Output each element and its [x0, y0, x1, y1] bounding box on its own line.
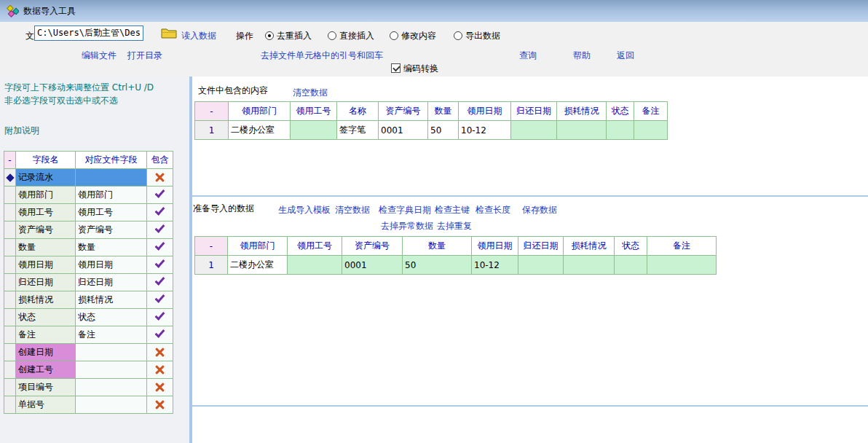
radio-circle-icon[interactable]: [390, 31, 398, 40]
file-content-table-cell[interactable]: 50: [428, 121, 459, 140]
file-content-table-cell[interactable]: [557, 121, 607, 140]
row-handle-cell[interactable]: [4, 361, 16, 379]
file-content-table-cell[interactable]: [291, 121, 337, 140]
save-data-link[interactable]: 保存数据: [522, 204, 557, 216]
row-handle-cell[interactable]: [4, 221, 16, 239]
included-cell[interactable]: [147, 326, 173, 344]
radio-dedup-insert[interactable]: 去重插入: [265, 30, 312, 42]
field-table-row[interactable]: 领用工号领用工号: [4, 204, 173, 221]
remove-abnormal-link[interactable]: 去掉异常数据: [381, 220, 433, 232]
radio-circle-icon[interactable]: [265, 31, 274, 40]
included-cell[interactable]: [147, 274, 173, 291]
file-content-table-cell[interactable]: 签字笔: [337, 121, 379, 140]
open-directory-link[interactable]: 打开目录: [127, 50, 162, 62]
field-table-row[interactable]: 归还日期归还日期: [4, 274, 173, 291]
included-cell[interactable]: [147, 204, 173, 221]
row-handle-cell[interactable]: [4, 309, 16, 326]
row-handle-cell[interactable]: [4, 274, 16, 291]
radio-modify-content[interactable]: 修改内容: [390, 30, 436, 42]
file-field-cell[interactable]: 数量: [76, 239, 147, 256]
row-handle-cell[interactable]: [4, 256, 16, 274]
field-table-row[interactable]: 创建日期: [4, 344, 173, 361]
radio-direct-insert[interactable]: 直接插入: [328, 30, 374, 42]
import-table-cell[interactable]: [615, 256, 647, 275]
file-field-cell[interactable]: [76, 396, 147, 414]
file-field-cell[interactable]: 领用部门: [76, 187, 147, 204]
radio-circle-icon[interactable]: [328, 31, 336, 40]
field-name-cell[interactable]: 数量: [16, 239, 76, 256]
file-content-table-row[interactable]: 1二楼办公室签字笔00015010-12: [195, 121, 668, 140]
file-field-cell[interactable]: [76, 361, 147, 379]
file-field-cell[interactable]: 损耗情况: [76, 291, 147, 309]
file-path-input[interactable]: [34, 26, 143, 41]
field-name-cell[interactable]: 领用部门: [16, 187, 76, 204]
field-name-cell[interactable]: 备注: [16, 326, 76, 344]
file-field-cell[interactable]: [76, 169, 147, 187]
field-table-row[interactable]: 数量数量: [4, 239, 173, 256]
row-handle-cell[interactable]: [4, 326, 16, 344]
field-table-row[interactable]: 状态状态: [4, 309, 173, 326]
import-table-cell[interactable]: [564, 256, 615, 275]
included-cell[interactable]: [147, 379, 173, 396]
included-cell[interactable]: [147, 221, 173, 239]
file-field-cell[interactable]: 资产编号: [76, 221, 147, 239]
field-name-cell[interactable]: 单据号: [16, 396, 76, 414]
import-table-row[interactable]: 1二楼办公室00015010-12: [195, 256, 717, 275]
strip-quotes-link[interactable]: 去掉文件单元格中的引号和回车: [261, 50, 383, 62]
field-table-row[interactable]: 创建工号: [4, 361, 173, 379]
field-table-row[interactable]: 备注备注: [4, 326, 173, 344]
field-name-cell[interactable]: 归还日期: [16, 274, 76, 291]
file-field-cell[interactable]: 领用工号: [76, 204, 147, 221]
field-name-cell[interactable]: 损耗情况: [16, 291, 76, 309]
check-dict-date-link[interactable]: 检查字典日期: [379, 204, 431, 216]
field-name-cell[interactable]: 记录流水: [16, 169, 76, 187]
field-table-row[interactable]: 单据号: [4, 396, 173, 414]
checkbox-icon[interactable]: [391, 63, 401, 73]
file-content-table-cell[interactable]: [511, 121, 557, 140]
row-handle-cell[interactable]: [4, 291, 16, 309]
included-cell[interactable]: [147, 291, 173, 309]
clear-import-data-link[interactable]: 清空数据: [335, 204, 370, 216]
row-handle-cell[interactable]: [4, 396, 16, 414]
row-handle-cell[interactable]: [4, 239, 16, 256]
field-table-row[interactable]: 记录流水: [4, 169, 173, 187]
import-table-cell[interactable]: [647, 256, 717, 275]
field-name-cell[interactable]: 创建工号: [16, 361, 76, 379]
field-table-row[interactable]: 损耗情况损耗情况: [4, 291, 173, 309]
field-name-cell[interactable]: 状态: [16, 309, 76, 326]
included-cell[interactable]: [147, 361, 173, 379]
import-table-cell[interactable]: 50: [403, 256, 472, 275]
file-field-cell[interactable]: 归还日期: [76, 274, 147, 291]
read-data-link[interactable]: 读入数据: [181, 30, 216, 42]
included-cell[interactable]: [147, 344, 173, 361]
import-table-cell[interactable]: [288, 256, 342, 275]
field-name-cell[interactable]: 领用工号: [16, 204, 76, 221]
file-field-cell[interactable]: [76, 344, 147, 361]
folder-browse-button[interactable]: [161, 27, 177, 41]
radio-circle-icon[interactable]: [454, 31, 462, 40]
field-name-cell[interactable]: 创建日期: [16, 344, 76, 361]
back-link[interactable]: 返回: [617, 50, 634, 62]
field-name-cell[interactable]: 项目编号: [16, 379, 76, 396]
check-length-link[interactable]: 检查长度: [476, 204, 510, 216]
field-table-row[interactable]: 领用日期领用日期: [4, 256, 173, 274]
help-link[interactable]: 帮助: [573, 50, 591, 62]
file-field-cell[interactable]: 备注: [76, 326, 147, 344]
field-name-cell[interactable]: 资产编号: [16, 221, 76, 239]
included-cell[interactable]: [147, 239, 173, 256]
included-cell[interactable]: [147, 396, 173, 414]
row-handle-cell[interactable]: [4, 169, 16, 187]
check-primary-key-link[interactable]: 检查主键: [435, 204, 470, 216]
clear-file-data-link[interactable]: 清空数据: [293, 87, 328, 99]
row-handle-cell[interactable]: [4, 204, 16, 221]
file-field-cell[interactable]: 领用日期: [76, 256, 147, 274]
encoding-convert-checkbox[interactable]: 编码转换: [391, 63, 438, 75]
radio-export-data[interactable]: 导出数据: [454, 30, 500, 42]
row-handle-cell[interactable]: [4, 379, 16, 396]
file-content-table-cell[interactable]: 0001: [379, 121, 428, 140]
field-table-row[interactable]: 资产编号资产编号: [4, 221, 173, 239]
field-name-cell[interactable]: 领用日期: [16, 256, 76, 274]
generate-template-link[interactable]: 生成导入模板: [278, 204, 331, 216]
file-field-cell[interactable]: 状态: [76, 309, 147, 326]
field-table-row[interactable]: 领用部门领用部门: [4, 187, 173, 204]
